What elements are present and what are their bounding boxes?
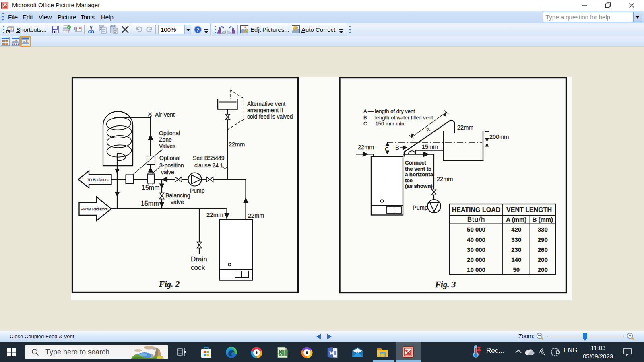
- svg-text:VENT LENGTH: VENT LENGTH: [506, 206, 552, 213]
- svg-text:FROM Radiators: FROM Radiators: [80, 207, 108, 211]
- svg-text:200: 200: [538, 266, 548, 273]
- svg-text:Valves: Valves: [159, 143, 175, 149]
- svg-text:30 000: 30 000: [467, 246, 485, 253]
- svg-text:Balancing: Balancing: [165, 192, 190, 199]
- svg-text:Air Vent: Air Vent: [155, 111, 175, 118]
- svg-text:Alternative vent: Alternative vent: [247, 101, 285, 107]
- svg-text:the vent to: the vent to: [405, 166, 431, 172]
- svg-text:Optional: Optional: [159, 155, 180, 161]
- svg-text:Fig. 2: Fig. 2: [159, 279, 180, 289]
- svg-text:140: 140: [511, 256, 521, 263]
- svg-text:Drain: Drain: [191, 255, 207, 263]
- svg-text:50: 50: [513, 266, 520, 273]
- svg-text:22mm: 22mm: [437, 176, 453, 182]
- svg-text:tee: tee: [405, 177, 413, 183]
- svg-text:cold feed is valved: cold feed is valved: [247, 114, 293, 120]
- svg-text:15mm: 15mm: [142, 184, 159, 191]
- svg-text:B: B: [395, 144, 399, 151]
- svg-text:Connect: Connect: [405, 160, 426, 166]
- svg-text:valve: valve: [171, 199, 184, 205]
- svg-text:A: A: [424, 125, 431, 134]
- svg-text:20 000: 20 000: [467, 256, 485, 263]
- svg-text:(as shown): (as shown): [405, 183, 433, 189]
- svg-text:330: 330: [538, 226, 548, 233]
- svg-text:40 000: 40 000: [467, 236, 485, 243]
- svg-text:330: 330: [511, 236, 521, 243]
- svg-text:290: 290: [538, 236, 548, 243]
- svg-text:cock: cock: [191, 264, 205, 272]
- svg-text:B — length of water filled ven: B — length of water filled vent: [363, 115, 433, 121]
- svg-text:22mm: 22mm: [248, 212, 264, 219]
- svg-text:22mm: 22mm: [229, 141, 245, 148]
- svg-text:200: 200: [538, 256, 548, 263]
- svg-text:valve: valve: [161, 169, 174, 175]
- svg-text:Fig. 3: Fig. 3: [435, 280, 456, 289]
- svg-text:A (mm): A (mm): [506, 216, 526, 223]
- svg-text:22mm: 22mm: [457, 124, 473, 131]
- svg-text:200mm: 200mm: [489, 134, 509, 140]
- svg-text:C — 150 mm min: C — 150 mm min: [363, 121, 404, 127]
- svg-text:230: 230: [511, 246, 521, 253]
- svg-text:W: W: [329, 350, 335, 356]
- svg-text:TO Radiators: TO Radiators: [87, 178, 109, 182]
- svg-text:arrangement if: arrangement if: [247, 107, 283, 113]
- svg-text:15mm: 15mm: [141, 200, 159, 207]
- svg-text:HEATING LOAD: HEATING LOAD: [452, 206, 501, 213]
- svg-text:Pump: Pump: [190, 187, 205, 194]
- svg-text:Pump: Pump: [413, 204, 428, 211]
- svg-text:Zone: Zone: [159, 136, 172, 143]
- svg-text:C: C: [385, 146, 389, 152]
- svg-text:10 000: 10 000: [467, 266, 485, 273]
- svg-text:See BS5449: See BS5449: [193, 155, 225, 161]
- svg-text:clause 24 1: clause 24 1: [194, 162, 223, 169]
- svg-text:3-position: 3-position: [159, 162, 184, 169]
- svg-text:260: 260: [538, 246, 548, 253]
- svg-text:Btu/h: Btu/h: [467, 216, 485, 223]
- svg-text:B (mm): B (mm): [532, 216, 553, 223]
- svg-text:50 000: 50 000: [467, 226, 485, 233]
- svg-text:15mm: 15mm: [422, 144, 438, 150]
- svg-text:Optional: Optional: [159, 130, 180, 136]
- svg-text:22mm: 22mm: [358, 144, 374, 150]
- svg-text:A — length of dry vent: A — length of dry vent: [363, 108, 415, 114]
- svg-text:22mm: 22mm: [206, 211, 223, 218]
- svg-text:420: 420: [511, 226, 521, 233]
- svg-text:a horizontal: a horizontal: [405, 171, 434, 177]
